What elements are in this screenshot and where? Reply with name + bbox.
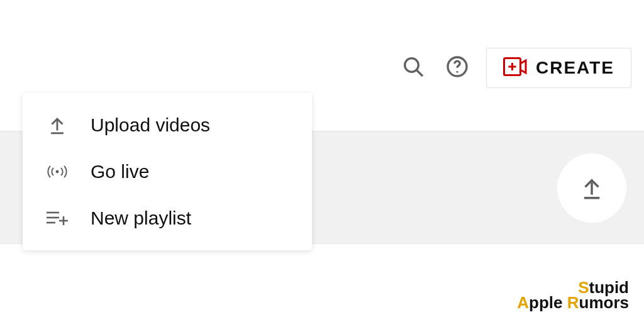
create-button[interactable]: CREATE	[486, 48, 631, 88]
svg-point-5	[456, 71, 458, 73]
playlist-add-icon	[43, 204, 72, 233]
search-button[interactable]	[398, 53, 428, 83]
top-toolbar: CREATE	[0, 45, 631, 91]
help-icon	[445, 54, 470, 82]
broadcast-icon	[43, 157, 72, 186]
upload-icon	[577, 174, 606, 203]
svg-point-2	[405, 58, 419, 72]
menu-item-new-playlist[interactable]: New playlist	[23, 195, 312, 242]
watermark-line2: Apple Rumors	[517, 294, 629, 311]
svg-point-11	[56, 170, 59, 174]
create-dropdown: Upload videos Go live New playlist	[23, 93, 312, 250]
menu-label: New playlist	[91, 208, 191, 229]
watermark: Stupid Apple Rumors	[517, 279, 629, 311]
create-camera-icon	[503, 57, 527, 79]
svg-line-3	[417, 70, 423, 76]
menu-label: Upload videos	[91, 114, 210, 136]
create-label: CREATE	[536, 58, 614, 78]
upload-icon	[43, 111, 72, 140]
help-button[interactable]	[442, 53, 472, 83]
menu-item-go-live[interactable]: Go live	[23, 148, 312, 195]
menu-item-upload-videos[interactable]: Upload videos	[23, 102, 312, 148]
menu-label: Go live	[91, 161, 149, 182]
search-icon	[401, 54, 426, 82]
upload-fab[interactable]	[557, 153, 626, 223]
